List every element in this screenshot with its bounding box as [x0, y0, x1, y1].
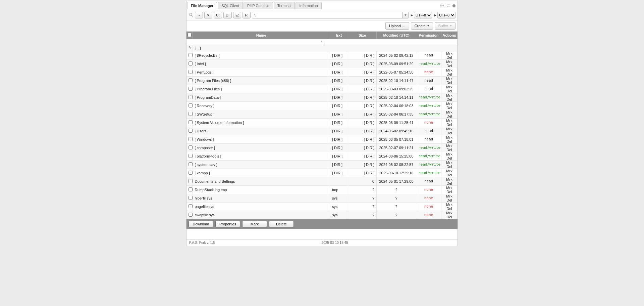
file-name[interactable]: [ platform-tools ]: [193, 152, 330, 160]
row-checkbox[interactable]: [189, 145, 193, 149]
mark-link[interactable]: Mrk: [446, 135, 452, 139]
delete-link[interactable]: Del: [446, 215, 452, 219]
delete-link[interactable]: Del: [446, 156, 452, 160]
row-checkbox[interactable]: [189, 95, 193, 99]
file-name[interactable]: Documents and Settings: [193, 177, 330, 185]
path-input[interactable]: [252, 12, 402, 18]
tab-terminal[interactable]: Terminal: [274, 2, 295, 9]
mark-link[interactable]: Mrk: [446, 110, 452, 114]
nav-home-button[interactable]: ~: [195, 12, 203, 18]
row-checkbox[interactable]: [189, 154, 193, 158]
file-name[interactable]: [ $Recycle.Bin ]: [193, 51, 330, 59]
delete-link[interactable]: Del: [446, 114, 452, 118]
delete-link[interactable]: Del: [446, 165, 452, 169]
delete-link[interactable]: Del: [446, 97, 452, 101]
mark-link[interactable]: Mrk: [446, 161, 452, 165]
delete-link[interactable]: Del: [446, 106, 452, 110]
file-name[interactable]: [ Program Files (x86) ]: [193, 76, 330, 85]
col-perm[interactable]: Permission: [416, 32, 441, 39]
file-name[interactable]: [ Windows ]: [193, 135, 330, 143]
mark-link[interactable]: Mrk: [446, 169, 452, 173]
mark-link[interactable]: Mrk: [446, 68, 452, 72]
mark-link[interactable]: Mrk: [446, 144, 452, 148]
tab-information[interactable]: Information: [296, 2, 321, 9]
delete-link[interactable]: Del: [446, 190, 452, 194]
col-ext[interactable]: Ext: [330, 32, 348, 39]
delete-link[interactable]: Del: [446, 181, 452, 185]
file-name[interactable]: [ Program Files ]: [193, 85, 330, 93]
delete-link[interactable]: Del: [446, 72, 452, 76]
mark-link[interactable]: Mrk: [446, 211, 452, 215]
col-size[interactable]: Size: [348, 32, 377, 39]
row-checkbox[interactable]: [189, 120, 193, 124]
file-name[interactable]: [ xampp ]: [193, 169, 330, 177]
row-checkbox[interactable]: [189, 204, 193, 208]
mark-link[interactable]: Mrk: [446, 186, 452, 190]
mark-link[interactable]: Mrk: [446, 60, 452, 64]
swap-icon[interactable]: [446, 3, 450, 8]
file-name[interactable]: DumpStack.log.tmp: [193, 185, 330, 194]
drive-d-button[interactable]: D:: [223, 12, 232, 18]
delete-link[interactable]: Del: [446, 207, 452, 211]
mark-link[interactable]: Mrk: [446, 152, 452, 156]
path-history-dropdown[interactable]: [402, 12, 409, 18]
file-name[interactable]: [ System Volume Information ]: [193, 118, 330, 127]
file-name[interactable]: hiberfil.sys: [193, 194, 330, 202]
select-all-checkbox[interactable]: [187, 33, 192, 37]
tab-sql-client[interactable]: SQL Client: [218, 2, 243, 9]
properties-button[interactable]: Properties: [215, 221, 240, 227]
upload-button[interactable]: Upload …: [385, 22, 409, 30]
mark-link[interactable]: Mrk: [446, 102, 452, 106]
col-mod[interactable]: Modified (UTC): [377, 32, 416, 39]
delete-link[interactable]: Del: [446, 123, 452, 127]
mark-link[interactable]: Mrk: [446, 77, 452, 81]
row-checkbox[interactable]: [189, 162, 193, 166]
status-dot-icon[interactable]: [452, 4, 455, 7]
file-name[interactable]: pagefile.sys: [193, 202, 330, 211]
row-checkbox[interactable]: [189, 112, 193, 116]
mark-link[interactable]: Mrk: [446, 203, 452, 207]
delete-link[interactable]: Del: [446, 139, 452, 143]
delete-link[interactable]: Del: [446, 148, 452, 152]
tab-file-manager[interactable]: File Manager: [187, 2, 217, 9]
mark-button[interactable]: Mark: [242, 221, 267, 227]
row-checkbox[interactable]: [189, 53, 193, 57]
mark-link[interactable]: Mrk: [446, 127, 452, 131]
delete-link[interactable]: Del: [446, 81, 452, 85]
file-name[interactable]: [ Intel ]: [193, 59, 330, 68]
row-checkbox[interactable]: [189, 196, 193, 200]
row-checkbox[interactable]: [189, 87, 193, 91]
delete-link[interactable]: Del: [446, 64, 452, 68]
buffer-button[interactable]: Buffer: [435, 22, 455, 30]
row-checkbox[interactable]: [189, 129, 193, 133]
mark-link[interactable]: Mrk: [446, 85, 452, 89]
file-name[interactable]: [ Recovery ]: [193, 101, 330, 110]
delete-link[interactable]: Del: [446, 131, 452, 135]
delete-link[interactable]: Del: [446, 198, 452, 202]
mark-link[interactable]: Mrk: [446, 93, 452, 97]
row-checkbox[interactable]: [189, 179, 193, 183]
nav-go-button[interactable]: >: [204, 12, 212, 18]
file-name[interactable]: [ Users ]: [193, 127, 330, 135]
tab-php-console[interactable]: PHP Console: [244, 2, 273, 9]
create-button[interactable]: Create: [411, 22, 433, 30]
mark-link[interactable]: Mrk: [446, 119, 452, 123]
delete-link[interactable]: Del: [446, 55, 452, 59]
col-name[interactable]: Name: [193, 32, 330, 39]
file-name[interactable]: [ ProgramData ]: [193, 93, 330, 101]
delete-button[interactable]: Delete: [269, 221, 294, 227]
file-name[interactable]: [ SWSetup ]: [193, 110, 330, 118]
updir-link[interactable]: [ .. ]: [193, 45, 458, 51]
drive-f-button[interactable]: F:: [243, 12, 251, 18]
mark-link[interactable]: Mrk: [446, 194, 452, 198]
mark-link[interactable]: Mrk: [446, 51, 452, 55]
updir-row[interactable]: ↰[ .. ]: [186, 45, 458, 51]
drive-c-button[interactable]: C:: [214, 12, 222, 18]
mark-link[interactable]: Mrk: [446, 177, 452, 181]
file-name[interactable]: swapfile.sys: [193, 211, 330, 219]
row-checkbox[interactable]: [189, 103, 193, 107]
row-checkbox[interactable]: [189, 213, 193, 217]
row-checkbox[interactable]: [189, 187, 193, 191]
delete-link[interactable]: Del: [446, 173, 452, 177]
row-checkbox[interactable]: [189, 70, 193, 74]
